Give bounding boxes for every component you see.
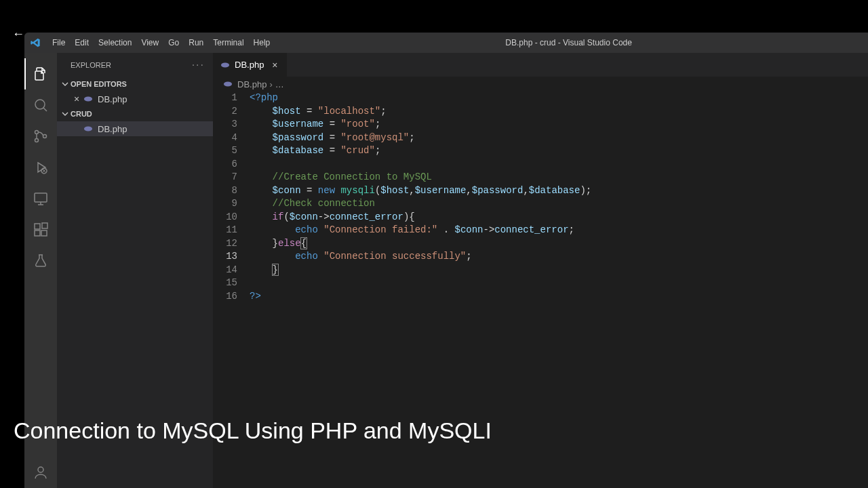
remote-explorer-icon[interactable] (24, 183, 57, 214)
php-file-icon (220, 60, 231, 70)
file-tree-filename: DB.php (98, 124, 127, 134)
open-editor-item[interactable]: × DB.php (57, 92, 213, 106)
svg-rect-8 (35, 224, 40, 229)
file-tree-item[interactable]: DB.php (57, 121, 213, 136)
svg-point-13 (84, 97, 92, 102)
svg-point-16 (224, 82, 232, 87)
svg-rect-9 (35, 230, 40, 236)
svg-point-2 (35, 131, 39, 134)
workspace-label: CRUD (71, 110, 92, 118)
svg-line-1 (43, 108, 47, 111)
php-file-icon (83, 94, 94, 104)
vscode-logo-icon (30, 37, 41, 48)
tab-filename: DB.php (235, 60, 264, 70)
video-caption: Connection to MySQL Using PHP and MySQLI (14, 418, 492, 444)
menu-bar: File Edit Selection View Go Run Terminal… (47, 33, 275, 53)
accounts-icon[interactable] (24, 457, 57, 488)
search-icon[interactable] (24, 89, 57, 121)
svg-point-4 (43, 135, 47, 138)
source-control-icon[interactable] (24, 121, 57, 152)
explorer-icon[interactable] (24, 58, 57, 89)
menu-edit[interactable]: Edit (70, 33, 94, 53)
chevron-down-icon (60, 110, 71, 118)
php-file-icon (83, 123, 94, 134)
menu-file[interactable]: File (47, 33, 70, 53)
menu-view[interactable]: View (136, 33, 163, 53)
php-file-icon (222, 79, 233, 89)
sidebar-title: EXPLORER (71, 61, 111, 69)
svg-point-12 (38, 467, 43, 472)
editor-tab[interactable]: DB.php × (213, 53, 288, 77)
svg-point-3 (35, 139, 39, 142)
menu-go[interactable]: Go (163, 33, 184, 53)
open-editor-filename: DB.php (98, 94, 127, 104)
run-debug-icon[interactable] (24, 152, 57, 183)
menu-help[interactable]: Help (249, 33, 275, 53)
svg-point-0 (35, 100, 45, 109)
chevron-right-icon: › (269, 79, 272, 89)
breadcrumb[interactable]: DB.php › … (213, 77, 868, 92)
menu-terminal[interactable]: Terminal (208, 33, 248, 53)
chevron-down-icon (60, 80, 71, 88)
breadcrumb-file: DB.php (237, 79, 267, 89)
testing-icon[interactable] (24, 245, 57, 277)
menu-run[interactable]: Run (184, 33, 208, 53)
editor-tabs: DB.php × (213, 53, 868, 77)
workspace-header[interactable]: CRUD (57, 106, 213, 121)
breadcrumb-rest: … (275, 79, 284, 89)
close-icon[interactable]: × (71, 94, 83, 104)
svg-point-14 (84, 127, 92, 131)
back-arrow-icon[interactable]: ← (12, 27, 24, 41)
title-bar: File Edit Selection View Go Run Terminal… (24, 33, 868, 53)
open-editors-header[interactable]: OPEN EDITORS (57, 77, 213, 92)
svg-rect-10 (41, 230, 47, 236)
extensions-icon[interactable] (24, 214, 57, 245)
svg-rect-7 (35, 193, 47, 202)
sidebar-more-icon[interactable]: ··· (192, 59, 205, 71)
menu-selection[interactable]: Selection (94, 33, 136, 53)
open-editors-label: OPEN EDITORS (71, 80, 127, 88)
svg-rect-11 (42, 223, 47, 228)
window-title: DB.php - crud - Visual Studio Code (275, 38, 863, 47)
sidebar-header: EXPLORER ··· (57, 53, 213, 77)
svg-point-15 (221, 62, 229, 67)
close-icon[interactable]: × (269, 60, 280, 70)
